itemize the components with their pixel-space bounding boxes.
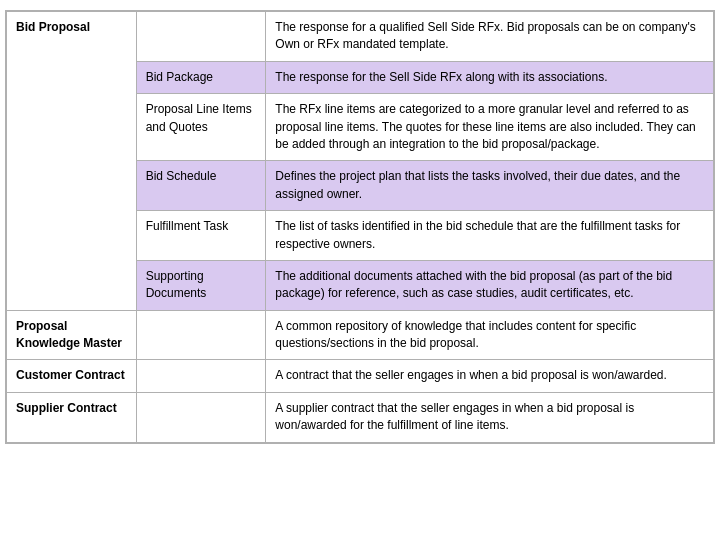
level2-cell xyxy=(136,392,266,442)
level2-label: Bid Schedule xyxy=(146,169,217,183)
level2-cell xyxy=(136,360,266,392)
description-text: The response for the Sell Side RFx along… xyxy=(275,70,607,84)
description-cell: A common repository of knowledge that in… xyxy=(266,310,714,360)
level1-label: Proposal Knowledge Master xyxy=(16,319,122,350)
description-text: The list of tasks identified in the bid … xyxy=(275,219,680,250)
level1-cell: Customer Contract xyxy=(7,360,137,392)
concepts-table: Bid ProposalThe response for a qualified… xyxy=(6,11,714,443)
table-row: Supplier ContractA supplier contract tha… xyxy=(7,392,714,442)
table-row: Customer ContractA contract that the sel… xyxy=(7,360,714,392)
level2-cell: Bid Schedule xyxy=(136,161,266,211)
description-text: A common repository of knowledge that in… xyxy=(275,319,636,350)
description-cell: A supplier contract that the seller enga… xyxy=(266,392,714,442)
description-cell: A contract that the seller engages in wh… xyxy=(266,360,714,392)
level2-cell xyxy=(136,310,266,360)
level2-label: Supporting Documents xyxy=(146,269,207,300)
level2-cell xyxy=(136,12,266,62)
table-row: Proposal Knowledge MasterA common reposi… xyxy=(7,310,714,360)
level1-cell: Bid Proposal xyxy=(7,12,137,311)
level2-cell: Fulfillment Task xyxy=(136,211,266,261)
level1-label: Customer Contract xyxy=(16,368,125,382)
level1-label: Supplier Contract xyxy=(16,401,117,415)
table-row: Bid ProposalThe response for a qualified… xyxy=(7,12,714,62)
description-text: The additional documents attached with t… xyxy=(275,269,672,300)
main-table-container: Bid ProposalThe response for a qualified… xyxy=(5,10,715,444)
description-text: The response for a qualified Sell Side R… xyxy=(275,20,696,51)
level1-label: Bid Proposal xyxy=(16,20,90,34)
description-text: A contract that the seller engages in wh… xyxy=(275,368,667,382)
description-cell: The RFx line items are categorized to a … xyxy=(266,94,714,161)
level2-label: Proposal Line Items and Quotes xyxy=(146,102,252,133)
description-text: A supplier contract that the seller enga… xyxy=(275,401,634,432)
level2-cell: Supporting Documents xyxy=(136,260,266,310)
description-cell: Defines the project plan that lists the … xyxy=(266,161,714,211)
description-cell: The list of tasks identified in the bid … xyxy=(266,211,714,261)
level2-cell: Proposal Line Items and Quotes xyxy=(136,94,266,161)
level1-cell: Supplier Contract xyxy=(7,392,137,442)
level1-cell: Proposal Knowledge Master xyxy=(7,310,137,360)
description-text: The RFx line items are categorized to a … xyxy=(275,102,695,151)
level2-cell: Bid Package xyxy=(136,61,266,93)
description-cell: The response for the Sell Side RFx along… xyxy=(266,61,714,93)
level2-label: Bid Package xyxy=(146,70,213,84)
level2-label: Fulfillment Task xyxy=(146,219,228,233)
description-cell: The additional documents attached with t… xyxy=(266,260,714,310)
description-cell: The response for a qualified Sell Side R… xyxy=(266,12,714,62)
description-text: Defines the project plan that lists the … xyxy=(275,169,680,200)
